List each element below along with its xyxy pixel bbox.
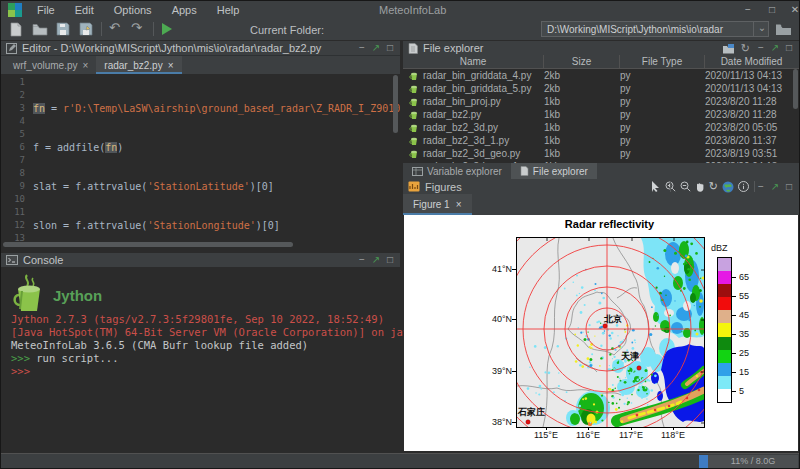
close-icon[interactable]: × [82,60,88,71]
code-editor[interactable]: 1234567891011121314 fn = r'D:\Temp\LaSW\… [1,74,400,241]
file-row[interactable]: radar_bz2_3d.py 1kb py 2023/8/20 05:05 [403,121,799,134]
y-tick-label: 38°N [482,417,512,427]
titlebar: File Edit Options Apps Help MeteoInfoLab… [1,1,800,19]
console-banner-line: [Java HotSpot(TM) 64-Bit Server VM (Orac… [11,326,454,338]
console-prompt[interactable]: >>> [11,365,30,377]
open-folder-icon[interactable] [32,22,48,37]
menu-options[interactable]: Options [104,4,162,16]
colorbar-tick: 45 [739,310,749,320]
editor-hscrollbar[interactable] [1,241,400,248]
python-file-icon [409,110,419,120]
file-explorer-float-icon[interactable]: ↗ [768,41,782,55]
plot-title: Radar reflectivity [516,218,703,230]
menu-apps[interactable]: Apps [162,4,207,16]
tab-wrf-volume[interactable]: wrf_volume.py × [5,56,96,74]
console-output[interactable]: Jython Jython 2.7.3 (tags/v2.7.3:5f29801… [1,267,400,453]
editor-float-icon[interactable]: ↗ [369,41,383,55]
file-explorer-title: File explorer [423,42,484,54]
variable-explorer-icon [412,167,423,176]
tab-variable-explorer[interactable]: Variable explorer [403,163,511,179]
tab-file-explorer[interactable]: File explorer [511,163,597,179]
colorbar-tick: 65 [739,272,749,282]
console-icon [6,255,18,265]
editor-panel-titlebar: Editor - D:\Working\MIScript\Jython\mis\… [1,41,400,56]
file-row[interactable]: radar_bz2_3d_1.py 1kb py 2023/8/20 11:37 [403,134,799,147]
code-line: fn = r'D:\Temp\LaSW\airship\ground_based… [33,102,400,115]
save-icon[interactable] [56,22,72,37]
file-row[interactable]: radar_bin_griddata_4.py 2kb py 2020/11/1… [403,69,799,82]
toolbar-separator [101,22,102,36]
y-tick-label: 39°N [482,366,512,376]
figures-minimize-icon[interactable]: − [754,180,768,194]
set-folder-icon[interactable] [722,43,735,54]
edit-icon [6,43,17,54]
console-float-icon[interactable]: ↗ [369,253,383,267]
file-row[interactable]: radar_bz2_3d_geo.py 1kb py 2023/8/19 03:… [403,147,799,160]
file-row[interactable]: radar_bin_proj.py 1kb py 2023/8/20 11:28 [403,95,799,108]
pan-hand-icon[interactable] [695,181,705,192]
tab-label: Variable explorer [427,166,502,177]
column-name[interactable]: Name [403,55,544,68]
colorbar-label: dBZ [711,243,728,253]
memory-indicator[interactable]: 11% / 8.0G [699,455,798,468]
window-maximize-button[interactable]: □ [762,2,782,18]
city-label-beijing: 北京 [603,314,622,324]
memory-usage-bar [699,455,708,468]
menu-file[interactable]: File [27,4,65,16]
file-explorer-maximize-icon[interactable]: □ [782,41,796,55]
column-date[interactable]: Date Modified [705,55,798,68]
redo-icon[interactable]: ↷ [131,20,142,35]
column-filetype[interactable]: File Type [620,55,705,68]
file-table-header[interactable]: Name Size File Type Date Modified [403,55,799,69]
console-maximize-icon[interactable]: □ [383,253,397,267]
colorbar-tick: 35 [739,329,749,339]
menu-help[interactable]: Help [207,4,250,16]
save-as-icon[interactable] [79,22,95,37]
tab-radar-bz2[interactable]: radar_bz2.py × [96,56,181,74]
editor-minimize-icon[interactable]: − [355,41,369,55]
tab-figure-1[interactable]: Figure 1 × [403,194,472,215]
app-logo-icon [8,3,22,17]
editor-tab-bar: wrf_volume.py × radar_bz2.py × [1,56,400,75]
window-title: MeteoInfoLab [379,4,446,16]
browse-folder-icon[interactable] [775,23,792,36]
radar-map[interactable]: 北京 天津 石家庄 [516,237,705,428]
console-banner-line: MeteoInfoLab 3.6.5 (CMA Bufr lookup file… [11,339,308,351]
cursor-icon[interactable] [651,181,660,192]
console-minimize-icon[interactable]: − [355,253,369,267]
globe-icon[interactable] [722,181,734,193]
city-label-shijiazhuang: 石家庄 [517,407,545,417]
chevron-down-icon[interactable]: ⌄ [753,21,770,37]
file-row[interactable]: radar_bz2.py 1kb py 2023/8/20 11:28 [403,108,799,121]
menu-edit[interactable]: Edit [65,4,104,16]
info-icon[interactable] [738,181,749,192]
python-file-icon [409,123,419,133]
file-list-vscrollbar[interactable] [793,69,798,109]
file-row[interactable]: radar_bin_griddata_5.py 2kb py 2020/11/1… [403,82,799,95]
current-folder-input[interactable]: D:\Working\MIScript\Jython\mis\io\radar [541,21,769,37]
editor-vscrollbar[interactable] [393,75,399,240]
figures-maximize-icon[interactable]: □ [782,180,796,194]
window-minimize-button[interactable]: − [738,2,758,18]
editor-maximize-icon[interactable]: □ [383,41,397,55]
tab-label: radar_bz2.py [104,60,162,71]
run-script-icon[interactable] [162,23,172,35]
new-file-icon[interactable] [9,22,25,37]
close-icon[interactable]: × [456,199,462,210]
close-icon[interactable]: × [168,60,174,71]
undo-icon[interactable]: ↶ [109,20,120,35]
line-numbers-gutter: 1234567891011121314 [1,76,25,241]
file-explorer-minimize-icon[interactable]: − [754,41,768,55]
rotate-icon[interactable]: ↻ [709,181,718,192]
python-file-icon [409,97,419,107]
x-tick-label: 118°E [653,430,693,440]
refresh-icon[interactable]: ↻ [741,42,750,55]
column-size[interactable]: Size [544,55,620,68]
status-bar [1,453,800,469]
x-tick-label: 116°E [568,430,608,440]
x-tick-label: 117°E [611,430,651,440]
file-explorer-icon [520,166,529,176]
figures-float-icon[interactable]: ↗ [768,180,782,194]
window-close-button[interactable]: ✕ [785,2,800,18]
zoom-out-icon[interactable] [680,181,691,192]
